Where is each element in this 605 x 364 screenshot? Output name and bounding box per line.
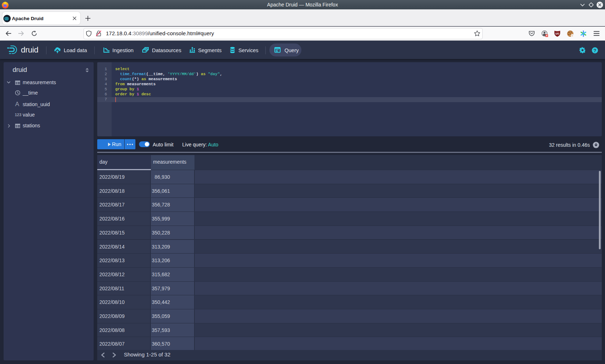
- svg-text:UO: UO: [555, 32, 559, 35]
- svg-text:?: ?: [593, 47, 596, 53]
